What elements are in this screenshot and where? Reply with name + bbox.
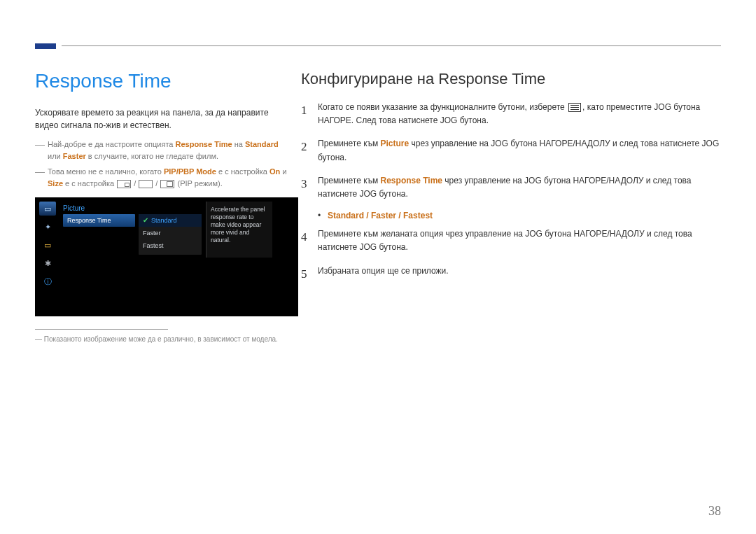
dash-icon: ― — [35, 166, 48, 189]
header-accent — [35, 43, 56, 49]
osd-title: Picture — [63, 204, 85, 212]
pip-size-icon-2 — [139, 180, 153, 188]
tip-item-2: ― Това меню не е налично, когато PIP/PBP… — [35, 166, 287, 189]
osd-nav-icon: ▭ — [39, 238, 56, 252]
osd-option-faster: Faster — [139, 227, 202, 239]
note-text: ― Показаното изображение може да е разли… — [35, 335, 287, 343]
tip2-size: Size — [48, 179, 63, 188]
step-number: 3 — [301, 174, 318, 201]
tip2-on: On — [270, 167, 280, 176]
tip1-post: в случаите, когато не гледате филм. — [86, 152, 218, 160]
step-3: 3 Преминете към Response Time чрез управ… — [301, 174, 721, 201]
tip2-mid2: и — [280, 167, 286, 176]
options-bullet: • Standard / Faster / Fastest — [318, 211, 721, 220]
step-number: 5 — [301, 265, 318, 283]
tip1-mid2: или — [48, 152, 63, 160]
menu-icon — [568, 103, 581, 112]
step-number: 2 — [301, 137, 318, 164]
step1-a: Когато се появи указание за функционални… — [318, 102, 567, 112]
note-divider — [35, 329, 168, 330]
tip2-pre: Това меню не е налично, когато — [48, 167, 164, 176]
tip1-faster: Faster — [63, 152, 86, 160]
step-4: 4 Преминете към желаната опция чрез упра… — [301, 227, 721, 254]
step-1: 1 Когато се появи указание за функционал… — [301, 101, 721, 127]
step2-picture: Picture — [381, 139, 410, 148]
osd-menu-responsetime: Response Time — [63, 214, 135, 227]
osd-nav-picture-icon: ▭ — [39, 202, 56, 216]
check-icon: ✔ — [143, 216, 148, 224]
pip-size-icon-3 — [160, 180, 174, 188]
osd-option-standard: ✔Standard — [139, 214, 202, 227]
osd-nav-info-icon: ⓘ — [39, 274, 56, 288]
bullet-dot: • — [318, 211, 328, 220]
intro-text: Ускорявате времето за реакция на панела,… — [35, 106, 287, 132]
pip-size-icon-1 — [117, 180, 131, 188]
step3-a: Преминете към — [318, 176, 381, 185]
step-number: 1 — [301, 101, 318, 127]
tip1-pre: Най-добре е да настроите опцията — [48, 140, 176, 148]
section-title: Response Time — [35, 70, 287, 92]
tip1-mid: на — [232, 140, 245, 148]
tip2-pip: PIP/PBP Mode — [164, 167, 216, 176]
osd-nav-icon: ✦ — [39, 220, 56, 234]
options-text: Standard / Faster / Fastest — [328, 211, 433, 220]
osd-screenshot: ▭ ✦ ▭ ✱ ⓘ Picture Response Time ✔Standar… — [35, 197, 298, 316]
tip2-mid: е с настройка — [216, 167, 270, 176]
osd-opt1-label: Standard — [151, 217, 177, 224]
step-number: 4 — [301, 227, 318, 254]
osd-option-fastest: Fastest — [139, 239, 202, 252]
step-2: 2 Преминете към Picture чрез управление … — [301, 137, 721, 164]
tip2-post: (PIP режим). — [175, 179, 222, 188]
step4-body: Преминете към желаната опция чрез управл… — [318, 227, 721, 254]
osd-description: Accelerate the panel response rate to ma… — [206, 202, 272, 258]
page-number: 38 — [708, 504, 721, 519]
dash-icon: ― — [35, 139, 48, 162]
header-rule — [62, 45, 721, 46]
step3-responsetime: Response Time — [381, 176, 442, 185]
osd-nav-settings-icon: ✱ — [39, 256, 56, 270]
tip-item-1: ― Най-добре е да настроите опцията Respo… — [35, 139, 287, 162]
step2-a: Преминете към — [318, 139, 381, 148]
tip1-responsetime: Response Time — [176, 140, 232, 148]
right-title: Конфигуриране на Response Time — [301, 70, 721, 88]
step5-body: Избраната опция ще се приложи. — [318, 265, 721, 283]
tip1-standard: Standard — [245, 140, 279, 148]
note-body: Показаното изображение може да е различн… — [44, 335, 278, 343]
tip2-mid3: е с настройка — [63, 179, 116, 188]
step-5: 5 Избраната опция ще се приложи. — [301, 265, 721, 283]
